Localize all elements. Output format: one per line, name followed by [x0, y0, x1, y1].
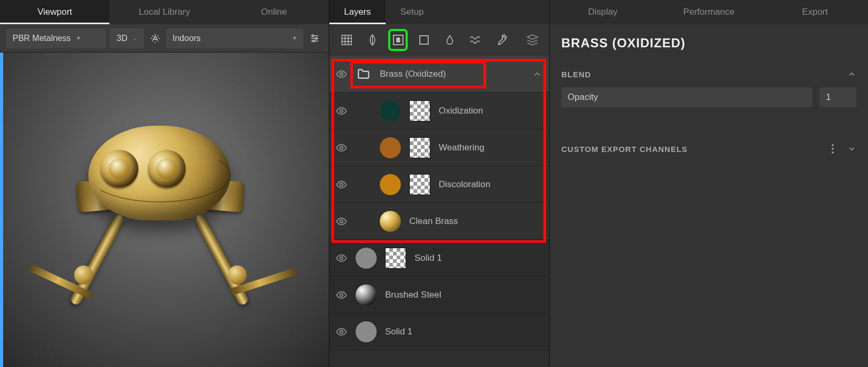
viewport-toolbar: PBR Metalness ▼ 3D ⌄ Indoors ▼	[0, 24, 329, 53]
section-heading: BLEND	[561, 70, 591, 79]
layer-swatch	[356, 248, 377, 269]
chevron-down-icon: ▼	[76, 35, 81, 41]
opacity-label: Opacity	[568, 92, 598, 103]
layer-group-brass[interactable]: Brass (Oxidized)	[329, 56, 549, 93]
tab-performance[interactable]: Performance	[656, 0, 762, 24]
svg-rect-3	[342, 35, 351, 45]
chevron-up-icon[interactable]	[847, 69, 856, 79]
viewport-panel: Viewport Local Library Online PBR Metaln…	[0, 0, 329, 367]
opacity-value: 1	[826, 92, 831, 103]
layer-swatch	[380, 100, 401, 121]
tab-local-library[interactable]: Local Library	[109, 0, 219, 24]
brush-tool-icon[interactable]	[493, 31, 509, 49]
layer-swatch	[356, 284, 377, 305]
tab-label: Viewport	[37, 7, 72, 17]
drop-tool-icon[interactable]	[442, 31, 457, 49]
layers-panel: Layers Setup S Brass (Oxidized) Oxidizat…	[329, 0, 550, 367]
layer-clean-brass[interactable]: Clean Brass	[329, 203, 549, 240]
leaf-tool-icon[interactable]	[365, 31, 380, 49]
visibility-eye-icon[interactable]	[336, 142, 347, 154]
light-icon[interactable]	[147, 33, 163, 44]
tab-label: Performance	[683, 7, 734, 17]
svg-text:S: S	[396, 37, 400, 43]
layer-mask-thumb[interactable]	[409, 100, 430, 121]
tab-setup[interactable]: Setup	[386, 0, 438, 24]
view-mode-dropdown[interactable]: 3D ⌄	[109, 28, 144, 48]
smart-material-tool-icon[interactable]: S	[390, 31, 406, 49]
layer-swatch	[356, 321, 377, 342]
shader-value: PBR Metalness	[13, 34, 70, 43]
layer-oxidization[interactable]: Oxidization	[329, 93, 549, 129]
svg-point-10	[340, 183, 343, 186]
more-options-icon[interactable]	[828, 144, 837, 154]
view-mode-value: 3D	[117, 34, 127, 43]
svg-rect-6	[420, 36, 428, 44]
model-preview	[54, 89, 265, 299]
tab-label: Online	[261, 7, 287, 17]
tab-label: Setup	[400, 7, 423, 17]
visibility-eye-icon[interactable]	[336, 252, 347, 264]
svg-point-0	[312, 35, 314, 36]
layer-swatch	[380, 211, 401, 232]
layer-name: Weathering	[439, 142, 542, 153]
layer-name: Discoloration	[439, 179, 542, 190]
viewport-3d[interactable]	[0, 53, 329, 367]
properties-panel: Display Performance Export BRASS (OXIDIZ…	[550, 0, 868, 367]
stack-icon[interactable]	[524, 31, 540, 49]
layer-tool-strip: S	[329, 24, 549, 56]
tab-label: Export	[802, 7, 828, 17]
layer-name: Clean Brass	[409, 216, 542, 227]
layer-name: Solid 1	[385, 327, 542, 337]
layer-mask-thumb[interactable]	[409, 174, 430, 195]
tab-display[interactable]: Display	[550, 0, 656, 24]
layer-mask-thumb[interactable]	[385, 248, 406, 269]
visibility-eye-icon[interactable]	[336, 179, 347, 190]
layer-name: Brushed Steel	[385, 290, 542, 300]
wave-tool-icon[interactable]	[468, 31, 483, 49]
chevron-up-icon[interactable]	[532, 69, 542, 79]
visibility-eye-icon[interactable]	[336, 289, 347, 301]
svg-point-7	[340, 73, 343, 76]
blend-section: BLEND Opacity 1	[561, 69, 856, 107]
layer-discoloration[interactable]: Discoloration	[329, 166, 549, 203]
tab-layers[interactable]: Layers	[329, 0, 386, 24]
selection-title: BRASS (OXIDIZED)	[561, 36, 856, 50]
layer-brushed-steel[interactable]: Brushed Steel	[329, 277, 549, 313]
svg-point-14	[340, 330, 343, 333]
settings-toggle-icon[interactable]	[307, 33, 322, 44]
visibility-eye-icon[interactable]	[336, 105, 347, 117]
visibility-eye-icon[interactable]	[336, 68, 347, 80]
opacity-dropdown[interactable]: Opacity	[561, 87, 812, 107]
tab-label: Layers	[344, 7, 371, 17]
environment-dropdown[interactable]: Indoors ▼	[166, 28, 304, 48]
svg-point-2	[313, 40, 315, 42]
svg-point-13	[340, 293, 343, 297]
box-tool-icon[interactable]	[416, 31, 431, 49]
shader-dropdown[interactable]: PBR Metalness ▼	[6, 28, 106, 48]
visibility-eye-icon[interactable]	[336, 326, 347, 338]
layer-solid-1b[interactable]: Solid 1	[329, 313, 549, 350]
layer-mask-thumb[interactable]	[409, 137, 430, 158]
section-heading: CUSTOM EXPORT CHANNELS	[561, 145, 688, 154]
layer-swatch	[380, 137, 401, 158]
svg-point-8	[340, 109, 343, 113]
svg-point-9	[340, 146, 343, 149]
tab-label: Local Library	[139, 7, 190, 17]
folder-icon	[356, 67, 371, 81]
viewport-tab-row: Viewport Local Library Online	[0, 0, 329, 24]
tab-export[interactable]: Export	[762, 0, 868, 24]
svg-point-12	[340, 257, 343, 260]
layer-solid-1a[interactable]: Solid 1	[329, 240, 549, 277]
chevron-down-icon[interactable]	[847, 144, 856, 154]
layer-swatch	[380, 174, 401, 195]
layer-weathering[interactable]: Weathering	[329, 129, 549, 166]
export-channels-section: CUSTOM EXPORT CHANNELS	[561, 144, 856, 154]
chevron-down-icon: ⌄	[133, 35, 137, 41]
opacity-value-field[interactable]: 1	[820, 87, 856, 107]
tab-viewport[interactable]: Viewport	[0, 0, 109, 24]
tab-online[interactable]: Online	[219, 0, 329, 24]
grid-tool-icon[interactable]	[339, 31, 354, 49]
svg-point-1	[316, 37, 317, 39]
visibility-eye-icon[interactable]	[336, 216, 347, 227]
layer-name: Brass (Oxidized)	[380, 69, 524, 79]
